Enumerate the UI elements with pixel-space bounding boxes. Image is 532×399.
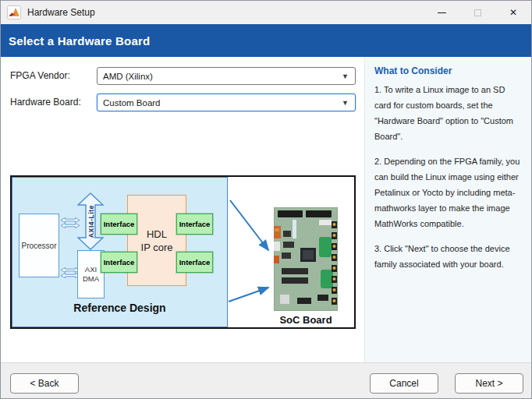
- bus-connector-top: [60, 217, 80, 229]
- what-to-consider-panel: What to Consider 1. To write a Linux ima…: [364, 57, 532, 362]
- hardware-board-label: Hardware Board:: [10, 97, 81, 108]
- consider-item-3: 3. Click "Next" to choose the device fam…: [374, 241, 523, 272]
- back-button[interactable]: < Back: [10, 373, 79, 394]
- interface-box-top-right: Interface: [176, 214, 213, 235]
- chevron-down-icon: ▼: [342, 98, 349, 106]
- interface-box-top-left: Interface: [101, 214, 137, 235]
- maximize-button[interactable]: [459, 1, 495, 24]
- hardware-board-dropdown[interactable]: Custom Board ▼: [97, 94, 356, 111]
- next-button[interactable]: Next >: [455, 373, 523, 394]
- consider-item-2: 2. Depending on the FPGA family, you can…: [374, 154, 523, 231]
- window-controls: ✕: [424, 1, 531, 24]
- matlab-logo-icon: [7, 5, 21, 19]
- interface-box-bottom-right: Interface: [176, 252, 213, 273]
- window-title: Hardware Setup: [27, 7, 95, 18]
- soc-board-label: SoC Board: [266, 314, 346, 326]
- button-bar: < Back Cancel Next >: [1, 362, 531, 398]
- close-button[interactable]: ✕: [495, 1, 531, 24]
- wizard-header: Select a Hardware Board: [1, 24, 531, 57]
- fpga-vendor-value: AMD (Xilinx): [103, 72, 153, 81]
- fpga-vendor-label: FPGA Vendor:: [10, 70, 70, 81]
- interface-box-bottom-left: Interface: [101, 252, 137, 273]
- soc-board-photo: [274, 207, 338, 311]
- minimize-button[interactable]: [424, 1, 459, 24]
- axi4-lite-arrow: AXI4-Lite: [77, 192, 104, 250]
- consider-item-1: 1. To write a Linux image to an SD card …: [374, 82, 523, 144]
- close-icon: ✕: [509, 8, 517, 17]
- maximize-icon: [474, 9, 481, 16]
- hardware-board-value: Custom Board: [103, 98, 161, 108]
- page-title: Select a Hardware Board: [9, 34, 150, 48]
- chevron-down-icon: ▼: [342, 72, 349, 79]
- hardware-diagram: Processor AXI4-Lite AXI DMA HDL IP core …: [10, 175, 356, 329]
- reference-design-label: Reference Design: [12, 302, 228, 314]
- hardware-setup-dialog: Hardware Setup ✕ Select a Hardware Board…: [0, 0, 532, 399]
- title-bar: Hardware Setup ✕: [1, 1, 531, 24]
- panel-title: What to Consider: [374, 65, 523, 76]
- axi4-lite-label: AXI4-Lite: [87, 205, 95, 238]
- minimize-icon: [438, 12, 446, 13]
- cancel-button[interactable]: Cancel: [370, 373, 438, 394]
- fpga-vendor-dropdown[interactable]: AMD (Xilinx) ▼: [97, 67, 356, 85]
- processor-box: Processor: [19, 214, 59, 277]
